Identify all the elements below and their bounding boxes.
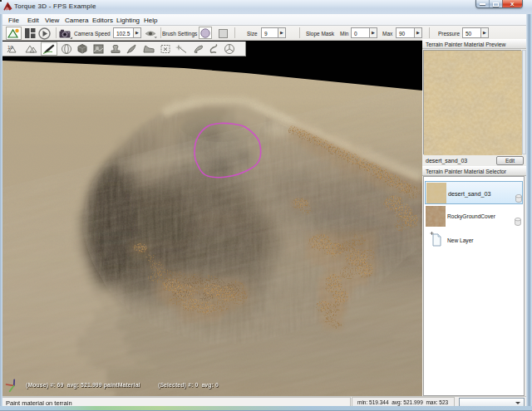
svg-text:10: 10 xyxy=(7,45,13,50)
